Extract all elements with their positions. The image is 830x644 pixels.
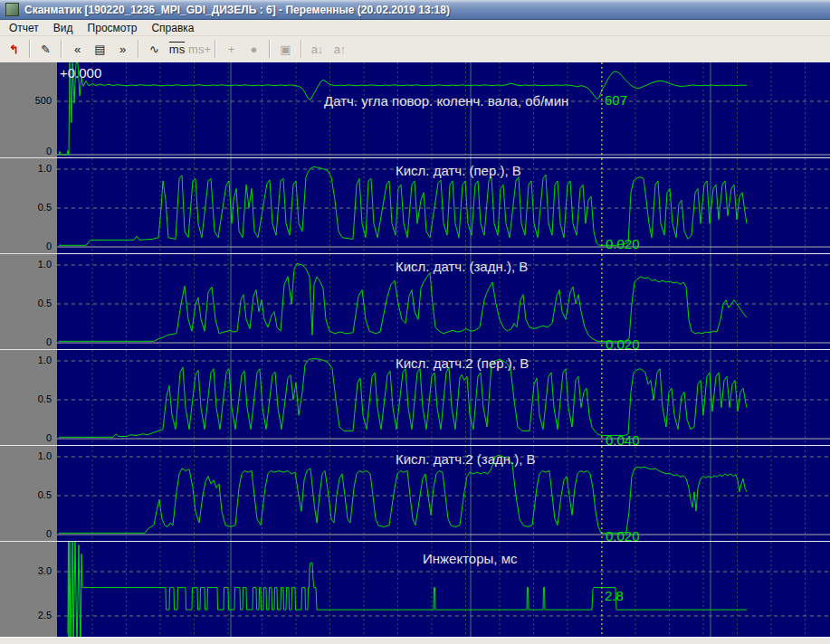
y-tick-label: 0.5 [38,202,52,213]
toolbar-separator [301,40,302,58]
font-larger-icon: a↑ [334,43,347,55]
font-smaller-button: a↓ [306,38,329,60]
report-button[interactable]: ✎ [34,38,57,60]
toolbar-separator [269,40,271,58]
trace-title-4: Кисл. датч.2 (задн.), В [396,451,536,467]
font-smaller-icon: a↓ [311,43,324,55]
y-axis-gutter-5: 3.02.5 [0,542,57,637]
trace-title-3: Кисл. датч.2 (пер.), В [396,355,529,371]
plot-area-0[interactable]: Датч. угла повор. коленч. вала, об/мин60… [57,62,830,157]
signal-wave-icon: ∿ [149,43,159,55]
y-tick-label: 1.0 [38,450,52,461]
exit-arrow-icon: ↰ [9,43,19,55]
ms-minus-icon: ms [169,43,185,55]
y-tick-label: 0 [46,241,52,251]
chart-panel-3: 1.00.50Кисл. датч.2 (пер.), В0.040 [0,349,830,445]
save-image-icon: ▣ [280,43,291,55]
signal-wave-button[interactable]: ∿ [143,38,166,60]
time-offset-label: +0.000 [60,65,101,80]
chart-area: 5000Датч. угла повор. коленч. вала, об/м… [0,62,830,637]
ms-plus-button: ms+ [188,38,211,60]
cursor-value-4: 0.020 [606,528,640,541]
add-marker-icon: + [228,43,235,55]
trace-title-5: Инжекторы, мс [423,551,518,566]
ms-minus-button[interactable]: ms [166,38,188,60]
chart-panel-2: 1.00.50Кисл. датч. (задн.), В0.020 [0,253,830,349]
exit-arrow-button[interactable]: ↰ [3,38,25,60]
cursor-value-5: 2.8 [605,588,624,603]
plot-area-2[interactable]: Кисл. датч. (задн.), В0.020 [57,254,830,349]
y-tick-label: 0.5 [38,489,52,500]
menu-bar: ОтчетВидПросмотрСправка [0,20,830,36]
y-tick-label: 0.5 [38,393,52,404]
y-tick-label: 0 [46,528,52,539]
add-marker-button: + [220,38,243,60]
menu-item-0[interactable]: Отчет [2,21,46,35]
trace-line-0 [59,63,747,156]
bottom-scrollbar[interactable] [0,637,830,644]
y-tick-label: 500 [35,95,52,106]
chart-panel-1: 1.00.50Кисл. датч. (пер.), В0.020 [0,157,830,253]
toolbar: ↰✎«▤»∿msms++●▣a↓a↑ [0,36,830,62]
cursor-value-1: 0.020 [606,236,640,251]
cursor-value-3: 0.040 [606,432,640,445]
chart-panel-5: 3.02.5Инжекторы, мс2.8 [0,541,830,637]
plot-area-5[interactable]: Инжекторы, мс2.8 [57,542,830,637]
trace-title-0: Датч. угла повор. коленч. вала, об/мин [324,93,568,109]
list-view-icon: ▤ [94,43,105,55]
toolbar-separator [138,40,139,58]
y-tick-label: 0.5 [38,298,52,308]
chart-panel-0: 5000Датч. угла повор. коленч. вала, об/м… [0,62,830,157]
title-bar: Сканматик [190220_1236_MPI_GDI_ДИЗЕЛЬ : … [0,0,830,20]
trace-line-1 [59,167,747,246]
cursor-value-0: 607 [605,92,627,108]
y-tick-label: 2.5 [38,610,52,620]
y-tick-label: 0 [46,336,52,347]
record-button: ● [243,38,265,60]
toolbar-separator [61,40,62,58]
save-image-button: ▣ [274,38,297,60]
y-tick-label: 1.0 [38,163,52,174]
trace-line-4 [59,455,747,533]
y-tick-label: 1.0 [38,259,52,270]
menu-item-3[interactable]: Справка [144,21,201,35]
app-icon [5,3,19,16]
y-axis-gutter-4: 1.00.50 [0,446,57,541]
cursor-value-2: 0.020 [606,336,640,349]
next-page-icon: » [119,43,126,55]
y-tick-label: 0 [46,432,52,443]
plot-area-4[interactable]: Кисл. датч.2 (задн.), В0.020 [57,446,830,541]
window-title: Сканматик [190220_1236_MPI_GDI_ДИЗЕЛЬ : … [24,4,450,16]
trace-line-5 [68,542,747,637]
prev-page-icon: « [74,43,81,55]
y-axis-gutter-3: 1.00.50 [0,350,57,445]
chart-panel-4: 1.00.50Кисл. датч.2 (задн.), В0.020 [0,445,830,541]
trace-title-1: Кисл. датч. (пер.), В [396,163,521,178]
trace-line-2 [59,263,747,341]
y-tick-label: 0 [46,146,52,156]
report-icon: ✎ [41,43,51,55]
toolbar-separator [215,40,216,58]
y-axis-gutter-2: 1.00.50 [0,254,57,349]
record-icon: ● [251,43,258,55]
y-axis-gutter-1: 1.00.50 [0,158,57,253]
menu-item-1[interactable]: Вид [46,21,81,35]
trace-title-2: Кисл. датч. (задн.), В [396,259,528,274]
y-tick-label: 1.0 [38,355,52,365]
list-view-button[interactable]: ▤ [89,38,111,60]
y-axis-gutter-0: 5000 [0,62,57,157]
plot-area-1[interactable]: Кисл. датч. (пер.), В0.020 [57,158,830,253]
next-page-button[interactable]: » [111,38,134,60]
ms-plus-icon: ms+ [188,43,211,55]
menu-item-2[interactable]: Просмотр [81,21,145,35]
plot-area-3[interactable]: Кисл. датч.2 (пер.), В0.040 [57,350,830,445]
toolbar-separator [29,40,31,58]
prev-page-button[interactable]: « [66,38,89,60]
y-tick-label: 3.0 [38,565,52,576]
font-larger-button: a↑ [329,38,351,60]
